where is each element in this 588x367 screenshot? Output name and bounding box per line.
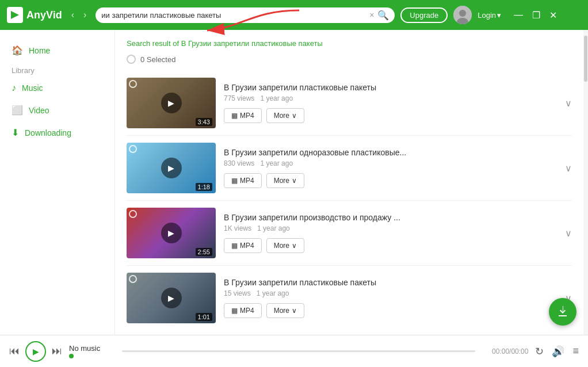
result-age-4: 1 year ago <box>257 289 289 297</box>
thumb-select-4[interactable] <box>129 275 137 283</box>
thumbnail-2[interactable]: ▶ 1:18 <box>127 143 216 193</box>
result-actions-1: ▦ MP4 More ∨ <box>224 108 555 123</box>
thumb-duration-4: 1:01 <box>196 313 212 321</box>
result-item-4: ▶ 1:01 В Грузии запретили пластиковые па… <box>127 266 572 330</box>
mp4-button-4[interactable]: ▦ MP4 <box>224 303 262 318</box>
result-age-1: 1 year ago <box>260 94 293 102</box>
nav-back-button[interactable]: ‹ <box>68 9 78 21</box>
result-views-2: 830 views <box>224 159 254 167</box>
sidebar-item-video[interactable]: ⬜ Video <box>0 99 114 121</box>
svg-point-3 <box>459 10 466 17</box>
thumbnail-1[interactable]: ▶ 3:43 <box>127 78 216 128</box>
mp4-icon-4: ▦ <box>231 307 238 315</box>
home-icon: 🏠 <box>12 45 23 56</box>
playlist-button[interactable]: ≡ <box>572 345 579 357</box>
result-views-3: 1K views <box>224 224 251 232</box>
next-button[interactable]: ⏭ <box>52 345 62 357</box>
selected-count: 0 Selected <box>140 55 175 64</box>
expand-button-3[interactable]: ∨ <box>565 228 572 239</box>
player-right-controls: ↻ 🔊 ≡ <box>535 345 579 358</box>
result-info-2: В Грузии запретили одноразовые пластиков… <box>224 148 555 188</box>
more-button-1[interactable]: More ∨ <box>266 108 304 123</box>
result-meta-4: 15 views 1 year ago <box>224 289 555 297</box>
play-overlay-4[interactable]: ▶ <box>161 288 182 308</box>
search-result-prefix: Search result of <box>127 39 179 48</box>
nav-forward-button[interactable]: › <box>80 9 90 21</box>
result-meta-3: 1K views 1 year ago <box>224 224 555 232</box>
player-controls: ⏮ ▶ ⏭ <box>9 341 62 362</box>
search-results-content: Search result of В Грузии запретили плас… <box>115 30 583 335</box>
library-section-label: Library <box>0 62 114 77</box>
repeat-button[interactable]: ↻ <box>535 345 544 358</box>
video-icon: ⬜ <box>12 105 23 116</box>
thumbnail-4[interactable]: ▶ 1:01 <box>127 273 216 323</box>
mp4-button-2[interactable]: ▦ MP4 <box>224 173 262 188</box>
sidebar-item-music[interactable]: ♪ Music <box>0 77 114 99</box>
home-label: Home <box>29 46 50 55</box>
result-meta-1: 775 views 1 year ago <box>224 94 555 102</box>
more-label-4: More <box>274 307 289 315</box>
thumbnail-3[interactable]: ▶ 2:55 <box>127 208 216 258</box>
result-title-2: В Грузии запретили одноразовые пластиков… <box>224 148 555 157</box>
music-label: Music <box>22 83 43 93</box>
downloading-icon: ⬇ <box>12 127 19 138</box>
login-button[interactable]: Login ▾ <box>478 11 501 20</box>
expand-button-1[interactable]: ∨ <box>565 98 572 109</box>
more-button-4[interactable]: More ∨ <box>266 303 304 318</box>
search-query-highlight: В Грузии запретили пластиковые пакеты <box>181 39 323 48</box>
close-button[interactable]: ✕ <box>547 9 559 22</box>
thumb-duration-2: 1:18 <box>196 183 212 191</box>
search-input[interactable] <box>101 11 366 20</box>
mp4-icon-1: ▦ <box>231 112 238 120</box>
player-time: 00:00/00:00 <box>482 347 528 355</box>
play-overlay-3[interactable]: ▶ <box>161 223 182 243</box>
prev-button[interactable]: ⏮ <box>9 345 20 357</box>
app-name: AnyVid <box>26 9 62 21</box>
result-info-4: В Грузии запретили пластиковые пакеты 15… <box>224 278 555 318</box>
player-progress[interactable] <box>122 350 475 352</box>
sidebar-item-home[interactable]: 🏠 Home <box>0 39 114 62</box>
result-actions-2: ▦ MP4 More ∨ <box>224 173 555 188</box>
result-item-2: ▶ 1:18 В Грузии запретили одноразовые пл… <box>127 136 572 201</box>
login-dropdown-icon: ▾ <box>497 11 501 20</box>
mp4-label-3: MP4 <box>240 242 254 250</box>
play-overlay-2[interactable]: ▶ <box>161 158 182 178</box>
volume-button[interactable]: 🔊 <box>552 345 564 358</box>
play-overlay-1[interactable]: ▶ <box>161 93 182 113</box>
result-item-1: ▶ 3:43 В Грузии запретили пластиковые па… <box>127 71 572 136</box>
thumb-select-2[interactable] <box>129 145 137 153</box>
play-button[interactable]: ▶ <box>25 341 46 362</box>
maximize-button[interactable]: ❐ <box>530 9 543 22</box>
more-button-3[interactable]: More ∨ <box>266 238 304 253</box>
result-actions-4: ▦ MP4 More ∨ <box>224 303 555 318</box>
scrollbar-thumb[interactable] <box>584 36 587 82</box>
more-label-1: More <box>274 112 289 120</box>
search-icon[interactable]: 🔍 <box>377 10 389 21</box>
music-icon: ♪ <box>12 83 16 93</box>
window-controls: — ❐ ✕ <box>511 9 559 22</box>
thumb-select-3[interactable] <box>129 210 137 218</box>
mp4-label-4: MP4 <box>240 307 254 315</box>
mp4-button-1[interactable]: ▦ MP4 <box>224 108 262 123</box>
more-label-2: More <box>274 177 289 185</box>
avatar <box>453 6 472 24</box>
logo-icon <box>7 7 23 23</box>
search-clear-button[interactable]: × <box>369 10 374 20</box>
more-chevron-2: ∨ <box>292 177 297 185</box>
result-title-4: В Грузии запретили пластиковые пакеты <box>224 278 555 287</box>
more-label-3: More <box>274 242 289 250</box>
scrollbar[interactable] <box>583 30 588 335</box>
player-info: No music <box>69 344 115 358</box>
result-actions-3: ▦ MP4 More ∨ <box>224 238 555 253</box>
mp4-button-3[interactable]: ▦ MP4 <box>224 238 262 253</box>
more-button-2[interactable]: More ∨ <box>266 173 304 188</box>
thumb-select-1[interactable] <box>129 80 137 88</box>
upgrade-button[interactable]: Upgrade <box>400 7 448 23</box>
minimize-button[interactable]: — <box>511 9 525 22</box>
sidebar-item-downloading[interactable]: ⬇ Downloading <box>0 121 114 144</box>
expand-button-2[interactable]: ∨ <box>565 163 572 174</box>
select-all-circle[interactable] <box>127 55 136 64</box>
float-download-button[interactable] <box>549 298 576 326</box>
result-views-4: 15 views <box>224 289 251 297</box>
downloading-label: Downloading <box>25 128 71 137</box>
